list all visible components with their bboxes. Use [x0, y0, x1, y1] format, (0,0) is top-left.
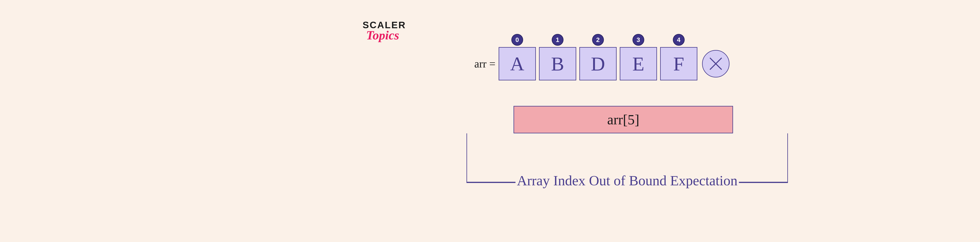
index-badge: 1: [552, 34, 563, 46]
brand-logo: SCALER Topics: [363, 20, 406, 43]
cell-value: D: [591, 53, 605, 75]
array-cell: 4 F: [660, 47, 697, 80]
index-badge: 4: [673, 34, 685, 46]
array-row: arr = 0 A 1 B 2 D 3 E 4 F: [474, 47, 784, 80]
index-badge: 0: [511, 34, 523, 46]
logo-subbrand-text: Topics: [366, 28, 399, 43]
cell-value: F: [673, 53, 684, 75]
array-access-expression-box: arr[5]: [514, 106, 733, 133]
array-cell: 3 E: [620, 47, 657, 80]
array-cells: 0 A 1 B 2 D 3 E 4 F: [499, 47, 700, 80]
array-cell: 1 B: [539, 47, 576, 80]
array-cell: 2 D: [579, 47, 617, 80]
cell-value: E: [632, 53, 644, 75]
array-diagram: arr = 0 A 1 B 2 D 3 E 4 F: [470, 47, 784, 133]
index-badge: 3: [633, 34, 644, 46]
out-of-bounds-marker: [702, 50, 730, 78]
cell-value: B: [551, 53, 564, 75]
array-variable-label: arr =: [474, 57, 495, 70]
cross-icon: [708, 56, 724, 72]
cell-value: A: [510, 53, 524, 75]
array-cell: 0 A: [499, 47, 536, 80]
array-access-expression: arr[5]: [607, 111, 640, 128]
exception-message: Array Index Out of Bound Expectation: [470, 173, 784, 189]
index-badge: 2: [592, 34, 604, 46]
